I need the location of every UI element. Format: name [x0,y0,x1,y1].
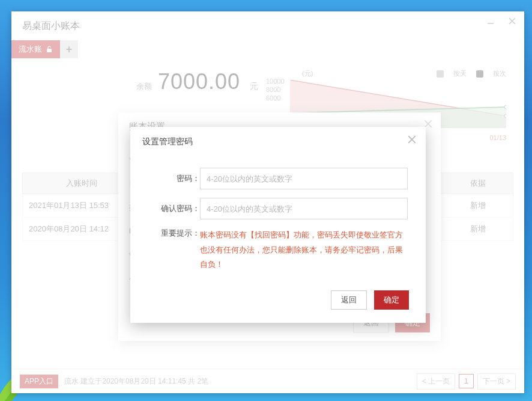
pwd-label: 密码： [148,173,200,184]
close-icon[interactable] [408,135,416,145]
app-window: 易桌面小账本 流水账 + 余额 7000.00 元 按天 [11,11,524,393]
password-input[interactable] [200,168,408,189]
confirm-pwd-label: 确认密码： [148,203,200,214]
pwd-back-button[interactable]: 返回 [331,290,367,310]
confirm-password-input[interactable] [200,198,408,219]
hint-text: 账本密码没有【找回密码】功能，密码丢失即使敬业签官方也没有任何办法，您只能删除账… [200,228,408,272]
pwd-ok-button[interactable]: 确定 [374,290,409,310]
hint-label: 重要提示： [148,228,200,272]
modal-set-password: 设置管理密码 密码： 确认密码： 重要提示： 账本密码没有【找回密码】功能，密码… [130,127,426,323]
modal-pwd-title: 设置管理密码 [142,136,193,146]
